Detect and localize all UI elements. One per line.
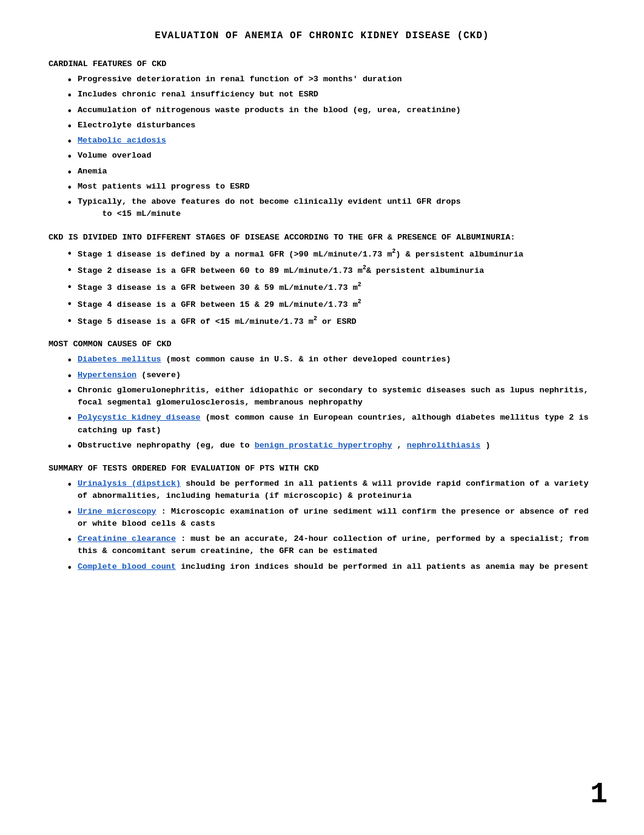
urinalysis-link[interactable]: Urinalysis (dipstick)	[78, 479, 181, 488]
page-number: 1	[590, 778, 608, 811]
cardinal-heading: CARDINAL FEATURES OF CKD	[49, 59, 595, 69]
list-item: Stage 4 disease is a GFR between 15 & 29…	[67, 297, 595, 311]
tests-section: SUMMARY OF TESTS ORDERED FOR EVALUATION …	[49, 464, 595, 573]
hypertension-link[interactable]: Hypertension	[78, 371, 136, 380]
list-item: Stage 2 disease is a GFR between 60 to 8…	[67, 263, 595, 277]
cardinal-list: Progressive deterioration in renal funct…	[49, 73, 595, 221]
list-item: Stage 3 disease is a GFR between 30 & 59…	[67, 280, 595, 294]
list-item: Hypertension (severe)	[67, 369, 595, 381]
list-item: Electrolyte disturbances	[67, 119, 595, 132]
list-item: Stage 1 disease is defined by a normal G…	[67, 247, 595, 261]
complete-blood-count-link[interactable]: Complete blood count	[78, 562, 176, 571]
stages-heading: CKD IS DIVIDED INTO DIFFERENT STAGES OF …	[49, 233, 595, 242]
list-item: Obstructive nephropathy (eg, due to beni…	[67, 440, 595, 452]
list-item: Creatinine clearance : must be an accura…	[67, 533, 595, 558]
list-item: Stage 5 disease is a GFR of <15 mL/minut…	[67, 314, 595, 328]
stages-section: CKD IS DIVIDED INTO DIFFERENT STAGES OF …	[49, 233, 595, 328]
nephrolithiasis-link[interactable]: nephrolithiasis	[407, 441, 481, 450]
stages-list: Stage 1 disease is defined by a normal G…	[49, 247, 595, 328]
cardinal-section: CARDINAL FEATURES OF CKD Progressive det…	[49, 59, 595, 221]
page-title: EVALUATION OF ANEMIA OF CHRONIC KIDNEY D…	[49, 30, 595, 41]
diabetes-link[interactable]: Diabetes mellitus	[78, 355, 161, 364]
list-item: Metabolic acidosis	[67, 135, 595, 147]
causes-list: Diabetes mellitus (most common cause in …	[49, 354, 595, 452]
urine-microscopy-link[interactable]: Urine microscopy	[78, 507, 156, 516]
list-item: Progressive deterioration in renal funct…	[67, 73, 595, 86]
list-item: Diabetes mellitus (most common cause in …	[67, 354, 595, 366]
list-item: Complete blood count including iron indi…	[67, 561, 595, 573]
list-item: Accumulation of nitrogenous waste produc…	[67, 104, 595, 116]
polycystic-kidney-link[interactable]: Polycystic kidney disease	[78, 413, 201, 422]
metabolic-acidosis-link[interactable]: Metabolic acidosis	[78, 136, 166, 145]
list-item: Most patients will progress to ESRD	[67, 181, 595, 193]
causes-section: MOST COMMON CAUSES OF CKD Diabetes melli…	[49, 340, 595, 452]
list-item: Volume overload	[67, 150, 595, 162]
creatinine-clearance-link[interactable]: Creatinine clearance	[78, 534, 176, 543]
list-item: Urine microscopy : Microscopic examinati…	[67, 506, 595, 531]
list-item: Typically, the above features do not bec…	[67, 196, 595, 221]
tests-list: Urinalysis (dipstick) should be performe…	[49, 478, 595, 573]
list-item: Urinalysis (dipstick) should be performe…	[67, 478, 595, 503]
list-item: Includes chronic renal insufficiency but…	[67, 89, 595, 101]
causes-heading: MOST COMMON CAUSES OF CKD	[49, 340, 595, 349]
list-item: Polycystic kidney disease (most common c…	[67, 412, 595, 437]
tests-heading: SUMMARY OF TESTS ORDERED FOR EVALUATION …	[49, 464, 595, 473]
list-item: Anemia	[67, 166, 595, 178]
benign-prostatic-link[interactable]: benign prostatic hypertrophy	[255, 441, 392, 450]
list-item: Chronic glomerulonephritis, either idiop…	[67, 384, 595, 409]
